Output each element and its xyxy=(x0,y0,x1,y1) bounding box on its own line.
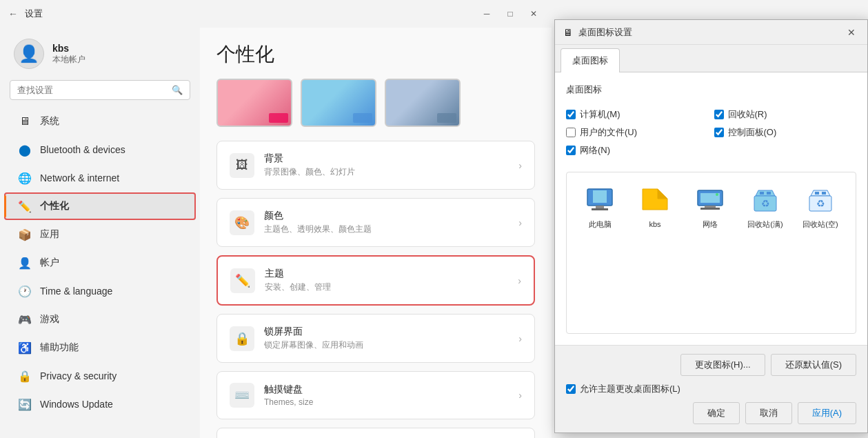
apply-button[interactable]: 应用(A) xyxy=(798,402,856,424)
checkbox-network-label: 网络(N) xyxy=(580,144,610,157)
update-icon: 🔄 xyxy=(18,397,32,411)
settings-section-touchkeyboard: ⌨️ 触摸键盘 Themes, size › xyxy=(216,371,535,419)
checkbox-recycle-full[interactable]: 回收站(R) xyxy=(714,108,857,121)
dialog-action-buttons-bottom: 确定 取消 应用(A) xyxy=(566,402,856,424)
checkbox-network[interactable]: 网络(N) xyxy=(566,144,709,157)
checkbox-computer-input[interactable] xyxy=(566,110,576,119)
this-pc-label: 此电脑 xyxy=(589,219,612,229)
settings-row-themes[interactable]: ✏️ 主题 安装、创建、管理 › xyxy=(218,257,534,304)
settings-window: ← 设置 ─ □ ✕ 👤 kbs 本地帐户 xyxy=(0,0,552,438)
settings-row-touchkeyboard[interactable]: ⌨️ 触摸键盘 Themes, size › xyxy=(217,372,534,419)
maximize-button[interactable]: □ xyxy=(501,7,520,21)
checkbox-user-files-input[interactable] xyxy=(566,128,576,137)
colors-chevron: › xyxy=(518,217,522,228)
touchkeyboard-title: 触摸键盘 xyxy=(264,384,518,396)
dialog-title-bar: 🖥 桌面图标设置 ✕ xyxy=(555,20,867,45)
dialog-section-title: 桌面图标 xyxy=(566,83,856,96)
sidebar-item-time[interactable]: 🕐 Time & language xyxy=(4,277,196,305)
desktop-icon-recycle-empty[interactable]: ♻ 回收站(空) xyxy=(798,183,842,229)
checkbox-control-panel[interactable]: 控制面板(O) xyxy=(714,126,857,139)
sidebar-item-windows-update[interactable]: 🔄 Windows Update xyxy=(4,390,196,418)
back-icon[interactable]: ← xyxy=(8,8,18,19)
change-icon-button[interactable]: 更改图标(H)... xyxy=(680,354,765,376)
time-icon: 🕐 xyxy=(18,284,32,298)
gaming-icon: 🎮 xyxy=(18,312,32,326)
personalization-icon: ✏️ xyxy=(18,199,32,213)
themes-icon: ✏️ xyxy=(230,268,255,293)
desktop-icon-network[interactable]: 网络 xyxy=(688,183,732,229)
recycle-full-icon: ♻ xyxy=(749,183,782,217)
checkbox-control-panel-input[interactable] xyxy=(714,128,724,137)
background-icon: 🖼 xyxy=(230,153,254,178)
lockscreen-desc: 锁定屏幕图像、应用和动画 xyxy=(264,339,518,351)
settings-section-lockscreen: 🔒 锁屏界面 锁定屏幕图像、应用和动画 › xyxy=(216,314,535,363)
allow-themes-checkbox[interactable] xyxy=(566,384,576,394)
sidebar-item-gaming[interactable]: 🎮 游戏 xyxy=(4,306,196,333)
settings-row-colors[interactable]: 🎨 颜色 主题色、透明效果、颜色主题 › xyxy=(217,199,534,246)
search-input[interactable] xyxy=(17,85,166,95)
lockscreen-chevron: › xyxy=(518,333,522,344)
theme-preview-3[interactable] xyxy=(385,79,461,127)
checkbox-network-input[interactable] xyxy=(566,146,576,155)
sidebar-item-label: Network & internet xyxy=(40,172,119,183)
svg-text:♻: ♻ xyxy=(761,198,770,209)
sidebar-item-label: Windows Update xyxy=(40,399,113,410)
theme-preview-1[interactable] xyxy=(216,79,292,127)
checkbox-recycle-full-input[interactable] xyxy=(714,110,724,119)
search-icon: 🔍 xyxy=(172,85,183,95)
desktop-icon-kbs[interactable]: kbs xyxy=(633,183,677,229)
sidebar-item-apps[interactable]: 📦 应用 xyxy=(4,221,196,248)
sidebar-item-accessibility[interactable]: ♿ 辅助功能 xyxy=(4,334,196,361)
settings-body: 👤 kbs 本地帐户 🔍 🖥 系统 ⬤ Bl xyxy=(0,28,552,438)
checkbox-computer[interactable]: 计算机(M) xyxy=(566,108,709,121)
system-icon: 🖥 xyxy=(18,115,32,128)
lockscreen-text: 锁屏界面 锁定屏幕图像、应用和动画 xyxy=(264,326,518,351)
kbs-label: kbs xyxy=(649,219,660,229)
ok-button[interactable]: 确定 xyxy=(693,402,740,424)
minimize-button[interactable]: ─ xyxy=(477,7,496,21)
sidebar-item-label: Privacy & security xyxy=(40,370,117,381)
sidebar-item-network[interactable]: 🌐 Network & internet xyxy=(4,164,196,192)
settings-section-colors: 🎨 颜色 主题色、透明效果、颜色主题 › xyxy=(216,198,535,247)
tab-desktop-icons[interactable]: 桌面图标 xyxy=(561,48,620,72)
dialog-close-button[interactable]: ✕ xyxy=(844,25,859,40)
cancel-button[interactable]: 取消 xyxy=(745,402,792,424)
checkbox-user-files-label: 用户的文件(U) xyxy=(580,126,637,139)
user-section[interactable]: 👤 kbs 本地帐户 xyxy=(0,28,200,77)
sidebar-item-privacy[interactable]: 🔒 Privacy & security xyxy=(4,362,196,390)
checkbox-recycle-full-label: 回收站(R) xyxy=(728,108,767,121)
dialog-tabs: 桌面图标 xyxy=(555,45,867,72)
window-title: 设置 xyxy=(25,8,43,20)
sidebar-item-label: Time & language xyxy=(40,286,112,297)
accessibility-icon: ♿ xyxy=(18,341,32,355)
desktop-icons-dialog: 🖥 桌面图标设置 ✕ 桌面图标 桌面图标 计算机(M) 回收站(R) 用户的文件… xyxy=(554,19,868,433)
theme-preview-2[interactable] xyxy=(301,79,376,127)
svg-rect-12 xyxy=(767,192,771,195)
dialog-title-icon: 🖥 xyxy=(563,27,573,38)
settings-row-start[interactable]: ▦ 开始 Recent apps and items, folders › xyxy=(217,428,534,438)
user-type: 本地帐户 xyxy=(52,54,85,66)
search-box[interactable]: 🔍 xyxy=(10,80,190,100)
sidebar-item-label: 系统 xyxy=(40,115,59,128)
user-name: kbs xyxy=(52,43,85,54)
sidebar-item-system[interactable]: 🖥 系统 xyxy=(4,108,196,135)
restore-default-button[interactable]: 还原默认值(S) xyxy=(771,354,856,376)
svg-point-8 xyxy=(716,193,718,196)
allow-themes-row[interactable]: 允许主题更改桌面图标(L) xyxy=(566,383,856,395)
nav-list: 🖥 系统 ⬤ Bluetooth & devices 🌐 Network & i… xyxy=(0,107,200,438)
sidebar-item-personalization[interactable]: ✏️ 个性化 xyxy=(4,192,196,220)
colors-desc: 主题色、透明效果、颜色主题 xyxy=(264,223,518,235)
network-label: 网络 xyxy=(703,219,718,229)
desktop-icon-this-pc[interactable]: 此电脑 xyxy=(578,183,622,229)
sidebar-item-label: 游戏 xyxy=(40,313,59,326)
desktop-icon-recycle-full[interactable]: ♻ 回收站(满) xyxy=(743,183,787,229)
close-button[interactable]: ✕ xyxy=(524,7,543,21)
apps-icon: 📦 xyxy=(18,228,32,241)
themes-chevron: › xyxy=(518,275,521,286)
sidebar-item-accounts[interactable]: 👤 帐户 xyxy=(4,249,196,277)
checkbox-user-files[interactable]: 用户的文件(U) xyxy=(566,126,709,139)
sidebar-item-bluetooth[interactable]: ⬤ Bluetooth & devices xyxy=(4,136,196,163)
settings-row-background[interactable]: 🖼 背景 背景图像、颜色、幻灯片 › xyxy=(217,141,534,189)
recycle-full-label: 回收站(满) xyxy=(747,219,783,229)
settings-row-lockscreen[interactable]: 🔒 锁屏界面 锁定屏幕图像、应用和动画 › xyxy=(217,315,534,362)
